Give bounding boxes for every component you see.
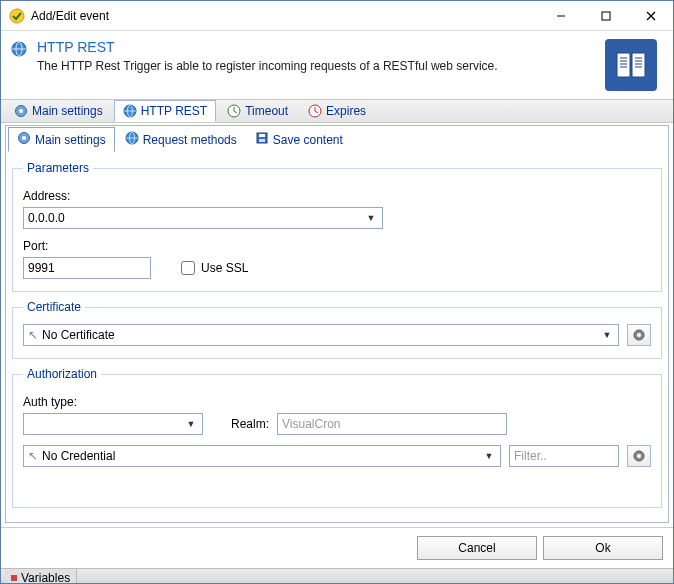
authorization-fieldset: Authorization Auth type: ▼ Realm: ↖No Cr… xyxy=(12,367,662,508)
variables-status-item[interactable]: Variables xyxy=(5,569,77,584)
tab-label: Expires xyxy=(326,104,366,118)
variables-label: Variables xyxy=(21,571,70,584)
gear-icon xyxy=(14,104,28,118)
chevron-down-icon: ▼ xyxy=(482,451,496,461)
app-icon xyxy=(9,8,25,24)
globe-icon xyxy=(125,131,139,148)
port-label: Port: xyxy=(23,239,651,253)
tab-http-rest[interactable]: HTTP REST xyxy=(114,100,216,122)
tab-timeout[interactable]: Timeout xyxy=(218,100,297,122)
svg-point-40 xyxy=(637,454,641,458)
inner-tab-request-methods[interactable]: Request methods xyxy=(117,128,245,151)
inner-tab-save-content[interactable]: Save content xyxy=(247,128,351,151)
close-button[interactable] xyxy=(628,1,673,30)
auth-type-combo[interactable]: ▼ xyxy=(23,413,203,435)
minimize-button[interactable] xyxy=(538,1,583,30)
globe-icon xyxy=(11,41,27,57)
credential-settings-button[interactable] xyxy=(627,445,651,467)
svg-rect-36 xyxy=(259,139,265,142)
certificate-settings-button[interactable] xyxy=(627,324,651,346)
svg-point-30 xyxy=(22,136,26,140)
tab-expires[interactable]: Expires xyxy=(299,100,375,122)
parameters-fieldset: Parameters Address: 0.0.0.0 ▼ Port: Use … xyxy=(12,161,662,292)
tab-label: Timeout xyxy=(245,104,288,118)
gear-icon xyxy=(632,328,646,342)
parameters-legend: Parameters xyxy=(23,161,93,175)
svg-rect-2 xyxy=(602,12,610,20)
port-input[interactable] xyxy=(23,257,151,279)
globe-icon xyxy=(123,104,137,118)
svg-rect-9 xyxy=(632,53,645,77)
svg-rect-35 xyxy=(259,134,265,137)
svg-point-38 xyxy=(637,333,641,337)
svg-rect-8 xyxy=(617,53,630,77)
status-dot-icon xyxy=(11,575,17,581)
credential-combo[interactable]: ↖No Credential ▼ xyxy=(23,445,501,467)
filter-input[interactable] xyxy=(509,445,619,467)
authorization-legend: Authorization xyxy=(23,367,101,381)
clock-red-icon xyxy=(308,104,322,118)
gear-icon xyxy=(17,131,31,148)
maximize-button[interactable] xyxy=(583,1,628,30)
svg-point-19 xyxy=(19,109,23,113)
use-ssl-checkbox[interactable] xyxy=(181,261,195,275)
tab-label: HTTP REST xyxy=(141,104,207,118)
chevron-down-icon: ▼ xyxy=(600,330,614,340)
chevron-down-icon: ▼ xyxy=(184,419,198,429)
help-book-icon[interactable] xyxy=(605,39,657,91)
certificate-fieldset: Certificate ↖No Certificate ▼ xyxy=(12,300,662,359)
save-icon xyxy=(255,131,269,148)
inner-tab-label: Save content xyxy=(273,133,343,147)
inner-tab-main-settings[interactable]: Main settings xyxy=(8,127,115,152)
clock-icon xyxy=(227,104,241,118)
use-ssl-label: Use SSL xyxy=(201,261,248,275)
cursor-icon: ↖ xyxy=(28,449,38,463)
gear-icon xyxy=(632,449,646,463)
address-combo[interactable]: 0.0.0.0 ▼ xyxy=(23,207,383,229)
credential-value: No Credential xyxy=(42,449,115,463)
tab-label: Main settings xyxy=(32,104,103,118)
certificate-combo[interactable]: ↖No Certificate ▼ xyxy=(23,324,619,346)
realm-label: Realm: xyxy=(231,417,269,431)
window-title: Add/Edit event xyxy=(31,9,538,23)
svg-point-0 xyxy=(10,9,24,23)
inner-tab-label: Request methods xyxy=(143,133,237,147)
auth-type-label: Auth type: xyxy=(23,395,651,409)
realm-input[interactable] xyxy=(277,413,507,435)
certificate-legend: Certificate xyxy=(23,300,85,314)
page-description: The HTTP Rest Trigger is able to registe… xyxy=(37,59,595,73)
address-value: 0.0.0.0 xyxy=(28,211,65,225)
certificate-value: No Certificate xyxy=(42,328,115,342)
cancel-button[interactable]: Cancel xyxy=(417,536,537,560)
cursor-icon: ↖ xyxy=(28,328,38,342)
chevron-down-icon: ▼ xyxy=(364,213,378,223)
tab-main-settings[interactable]: Main settings xyxy=(5,100,112,122)
address-label: Address: xyxy=(23,189,651,203)
page-title: HTTP REST xyxy=(37,39,595,55)
inner-tab-label: Main settings xyxy=(35,133,106,147)
ok-button[interactable]: Ok xyxy=(543,536,663,560)
